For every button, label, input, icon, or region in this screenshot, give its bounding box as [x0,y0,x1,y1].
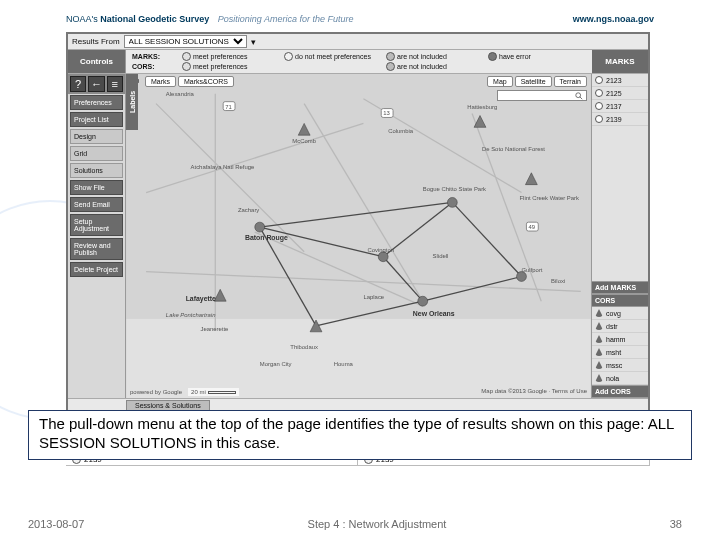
help-button[interactable]: ? [70,76,86,92]
svg-line-57 [580,96,582,98]
sidebar-item-solutions[interactable]: Solutions [70,163,123,178]
map-attribution-left: powered by Google [130,389,182,395]
cors-item: covg [592,307,648,320]
search-icon [575,92,583,100]
controls-heading: Controls [68,50,126,73]
legend-marks-label: MARKS: [132,53,178,60]
mark-item: 2137 [592,100,648,113]
back-button[interactable]: ← [88,76,104,92]
add-cors-button[interactable]: Add CORS [592,385,648,398]
results-label: Results From [72,37,120,46]
results-row: Results From ALL SESSION SOLUTIONS ▾ [68,34,648,50]
sidebar-item-showfile[interactable]: Show File [70,180,123,195]
svg-point-19 [378,252,388,262]
map-type-terrain[interactable]: Terrain [554,76,587,87]
legend-excluded-icon: are not included [386,52,484,61]
marks-heading: MARKS [592,50,648,73]
mark-item: 2125 [592,87,648,100]
svg-text:Atchafalaya Natl Refuge: Atchafalaya Natl Refuge [191,164,255,170]
svg-text:Baton Rouge: Baton Rouge [245,234,288,242]
svg-point-18 [255,222,265,232]
svg-text:71: 71 [225,104,232,110]
preferences-legend: MARKS: meet preferences do not meet pref… [126,50,592,73]
svg-point-22 [517,272,527,282]
map[interactable]: Alexandria Hattiesburg Columbia McComb A… [126,74,592,398]
cors-item: nola [592,372,648,385]
svg-text:Laplace: Laplace [363,294,384,300]
add-marks-button[interactable]: Add MARKS [592,281,648,294]
svg-text:Flint Creek Water Park: Flint Creek Water Park [520,195,580,201]
map-type-map[interactable]: Map [487,76,513,87]
cors-item: hamm [592,333,648,346]
svg-text:McComb: McComb [292,138,316,144]
svg-rect-1 [126,319,590,398]
footer-page: 38 [670,518,682,530]
dropdown-indicator-icon: ▾ [251,37,256,47]
svg-text:Thibodaux: Thibodaux [290,344,318,350]
sidebar: ? ← ≡ Preferences Project List Design Gr… [68,74,126,398]
legend-meet-icon: meet preferences [182,52,280,61]
map-search-input[interactable] [497,90,587,101]
footer-date: 2013-08-07 [28,518,84,530]
svg-text:Lake Pontchartrain: Lake Pontchartrain [166,312,216,318]
svg-text:New Orleans: New Orleans [413,310,455,317]
map-layer-marks[interactable]: Marks [145,76,176,87]
svg-text:Covington: Covington [367,247,394,253]
noaa-url: www.ngs.noaa.gov [573,14,654,28]
cors-heading: CORS [592,294,648,307]
svg-point-20 [418,296,428,306]
svg-text:Bogue Chitto State Park: Bogue Chitto State Park [423,186,486,192]
map-canvas: Alexandria Hattiesburg Columbia McComb A… [126,74,591,398]
svg-text:Gulfport: Gulfport [521,267,542,273]
svg-text:Alexandria: Alexandria [166,91,195,97]
noaa-brand: National Geodetic Survey [100,14,209,24]
sidebar-item-grid[interactable]: Grid [70,146,123,161]
svg-text:49: 49 [528,224,535,230]
svg-text:Zachary: Zachary [238,207,259,213]
menu-button[interactable]: ≡ [107,76,123,92]
mark-item: 2139 [592,113,648,126]
sidebar-item-review[interactable]: Review and Publish [70,238,123,260]
sidebar-item-setupadj[interactable]: Setup Adjustment [70,214,123,236]
slide-caption: The pull-down menu at the top of the pag… [28,410,692,460]
legend-cors-label: CORS: [132,63,178,70]
svg-text:13: 13 [383,110,390,116]
results-select[interactable]: ALL SESSION SOLUTIONS [124,35,247,48]
cors-item: mssc [592,359,648,372]
svg-text:Houma: Houma [334,361,354,367]
mark-item: 2123 [592,74,648,87]
svg-point-21 [447,197,457,207]
svg-text:Morgan City: Morgan City [260,361,292,367]
noaa-tagline: Positioning America for the Future [218,14,354,24]
svg-text:De Soto National Forest: De Soto National Forest [482,146,545,152]
opus-app-window: Results From ALL SESSION SOLUTIONS ▾ Con… [66,32,650,414]
svg-text:Jeanerette: Jeanerette [200,326,229,332]
noaa-prefix: NOAA's [66,14,98,24]
svg-text:Slidell: Slidell [433,253,449,259]
legend-notmeet-icon: do not meet preferences [284,52,382,61]
legend-cors-meet-icon: meet preferences [182,62,280,71]
right-panel: 2123 2125 2137 2139 Add MARKS CORS covg … [592,74,648,398]
map-attribution-right: Map data ©2013 Google · Terms of Use [481,388,587,396]
slide-footer: 2013-08-07 Step 4 : Network Adjustment 3… [0,518,720,530]
footer-step: Step 4 : Network Adjustment [308,518,447,530]
svg-text:Hattiesburg: Hattiesburg [467,104,497,110]
labels-vertical-tab[interactable]: Labels [126,74,138,130]
svg-text:Lafayette: Lafayette [186,295,216,303]
sidebar-item-design[interactable]: Design [70,129,123,144]
legend-row: Controls MARKS: meet preferences do not … [68,50,648,74]
svg-text:Columbia: Columbia [388,128,414,134]
sidebar-item-delete[interactable]: Delete Project [70,262,123,277]
legend-error-icon: have error [488,52,586,61]
map-type-satellite[interactable]: Satellite [515,76,552,87]
cors-item: msht [592,346,648,359]
map-layer-markscors[interactable]: Marks&CORS [178,76,234,87]
svg-text:Biloxi: Biloxi [551,278,565,284]
sidebar-item-preferences[interactable]: Preferences [70,95,123,110]
sidebar-item-projectlist[interactable]: Project List [70,112,123,127]
noaa-header: NOAA's National Geodetic Survey Position… [66,14,654,28]
map-scale: 20 mi [188,388,239,396]
cors-item: dstr [592,320,648,333]
sidebar-item-sendemail[interactable]: Send Email [70,197,123,212]
legend-cors-excluded-icon: are not included [386,62,484,71]
